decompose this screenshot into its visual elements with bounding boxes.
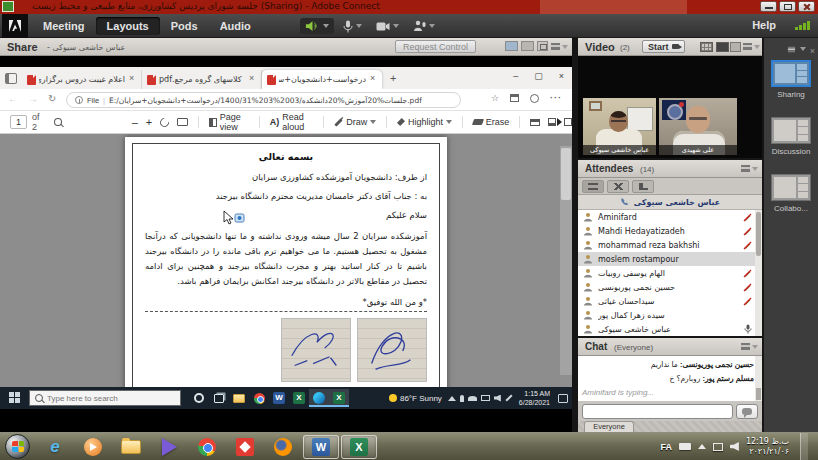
taskbar-app-icon[interactable]: X — [289, 389, 309, 407]
tray-chevron-icon[interactable] — [698, 444, 706, 449]
system-clock[interactable]: 12:19 ب.ظ ۲۰۲۱/۲۱/۰۶ — [746, 437, 789, 457]
new-tab-button[interactable] — [390, 72, 396, 84]
status-control[interactable] — [408, 18, 440, 34]
scroll-up-icon[interactable] — [560, 134, 572, 146]
zoom-out-icon[interactable] — [132, 116, 138, 128]
close-button[interactable] — [798, 1, 815, 12]
request-control-button[interactable]: Request Control — [395, 40, 476, 53]
start-button[interactable] — [9, 392, 21, 404]
help-menu[interactable]: Help — [752, 19, 776, 31]
layouts-close-icon[interactable] — [810, 40, 815, 58]
minimize-button[interactable] — [760, 1, 777, 12]
taskbar-search-box[interactable] — [29, 390, 181, 406]
layouts-menu-icon[interactable] — [788, 46, 795, 52]
attendee-row[interactable]: moslem rostampour — [578, 252, 762, 266]
taskbar7-app-icon[interactable] — [75, 435, 111, 459]
taskbar-app-icon[interactable] — [209, 389, 229, 407]
attendee-row[interactable]: سیده زهرا کمال پور — [578, 308, 762, 322]
erase-control[interactable]: Erase — [473, 117, 510, 127]
connection-strength-icon[interactable] — [795, 21, 810, 30]
taskbar7-app-icon[interactable] — [189, 435, 225, 459]
attendee-row[interactable]: الهام یوسفی روبیات — [578, 266, 762, 280]
chat-pod-menu[interactable] — [741, 343, 758, 350]
share-view2-icon[interactable] — [521, 41, 534, 51]
back-icon[interactable]: ← — [8, 93, 18, 104]
attendee-row[interactable]: حسین نجمی پوریونسی — [578, 280, 762, 294]
attendee-row[interactable]: عباس خاشعی سیوکی — [578, 322, 762, 336]
tray-speaker-icon[interactable] — [494, 395, 501, 402]
webcam-menu-caret[interactable] — [393, 24, 399, 28]
taskbar7-app-icon[interactable] — [265, 435, 301, 459]
video-pod-menu[interactable] — [743, 43, 760, 50]
tray-chevron-icon[interactable] — [448, 396, 456, 401]
taskbar-app-icon[interactable] — [229, 389, 249, 407]
breakout-view-icon[interactable] — [607, 180, 629, 193]
video-fullscreen-icon[interactable] — [730, 42, 741, 52]
tab-close-icon[interactable] — [369, 76, 377, 84]
menu-item[interactable]: Meeting — [32, 17, 96, 35]
page-view-control[interactable]: Page view — [209, 112, 249, 132]
scrollbar-thumb[interactable] — [561, 148, 571, 200]
attendee-status-view-icon[interactable] — [632, 180, 654, 193]
taskbar7-app-icon[interactable] — [113, 435, 149, 459]
attendee-row[interactable]: Aminifard — [578, 210, 762, 224]
browser-restore-icon[interactable] — [534, 71, 543, 81]
tab-close-icon[interactable] — [248, 76, 256, 84]
tray-cloud-icon[interactable] — [468, 396, 477, 401]
taskbar-app-icon[interactable] — [249, 389, 269, 407]
browser-tab[interactable]: کلاسهای گروه مرجع.pdf — [142, 70, 262, 89]
zoom-in-icon[interactable] — [146, 116, 152, 128]
taskbar7-app-icon[interactable]: e — [37, 435, 73, 459]
menu-item[interactable]: Audio — [209, 17, 262, 35]
print-icon[interactable] — [530, 119, 540, 126]
taskbar7-app-icon[interactable]: W — [303, 435, 339, 459]
pdf-scrollbar[interactable] — [560, 134, 572, 387]
menu-item[interactable]: Layouts — [96, 17, 160, 35]
attendees-pod-menu[interactable] — [741, 165, 758, 172]
url-field[interactable]: File | E:/جلسات%20آموزش%20دانشکده/2003%2… — [66, 92, 461, 108]
read-aloud-control[interactable]: Read aloud — [270, 112, 314, 132]
profile-icon[interactable] — [530, 94, 539, 103]
filmstrip-view-icon[interactable] — [716, 42, 729, 52]
microphone-menu-caret[interactable] — [356, 24, 362, 28]
tray-display-icon[interactable] — [481, 395, 490, 401]
highlight-control[interactable]: Highlight — [397, 117, 452, 127]
taskbar-app-icon[interactable] — [309, 389, 329, 407]
refresh-icon[interactable]: ↻ — [48, 93, 56, 104]
page-info-icon[interactable] — [75, 96, 83, 104]
browser-tab[interactable]: درخواست+دانشجویان+سرایان.pdf — [262, 70, 382, 89]
active-speaker-row[interactable]: عباس خاشعی سیوکی — [578, 195, 762, 210]
tray-mic-icon[interactable] — [460, 395, 464, 402]
weather-widget[interactable]: 86°F Sunny — [389, 394, 442, 403]
chat-scrollbar[interactable] — [755, 356, 762, 401]
restore-button[interactable] — [779, 1, 796, 12]
chat-tab-everyone[interactable]: Everyone — [584, 421, 634, 432]
grid-view-icon[interactable] — [700, 42, 713, 52]
volume-icon[interactable] — [730, 442, 739, 451]
layout-option[interactable]: Collabo... — [764, 174, 818, 213]
browser-minimize-icon[interactable] — [513, 71, 518, 81]
start-webcam-button[interactable]: Start — [642, 40, 685, 53]
fit-to-width-icon[interactable] — [177, 118, 188, 126]
search-input[interactable] — [47, 394, 157, 403]
save-as-icon[interactable] — [564, 118, 572, 126]
pdf-search-icon[interactable] — [54, 118, 62, 126]
favorites-icon[interactable] — [491, 93, 499, 103]
toolbar-pin-icon[interactable] — [557, 118, 562, 126]
tray-pen-icon[interactable] — [505, 394, 512, 401]
fullscreen-icon[interactable] — [537, 41, 548, 51]
share-pod-menu[interactable] — [551, 43, 568, 50]
attendee-row[interactable]: سیداحسان غیاثی — [578, 294, 762, 308]
tab-close-icon[interactable] — [128, 76, 136, 84]
webcam-control[interactable] — [371, 19, 404, 34]
speaker-control[interactable] — [300, 18, 334, 34]
layouts-menu-caret[interactable] — [800, 47, 806, 51]
send-message-button[interactable] — [736, 404, 758, 419]
microphone-control[interactable] — [338, 18, 367, 35]
forward-icon[interactable]: → — [28, 93, 38, 104]
vertical-tabs-icon[interactable] — [5, 73, 17, 84]
share-view-icon[interactable] — [505, 41, 518, 51]
battery-icon[interactable] — [679, 443, 691, 450]
page-number-field[interactable]: 1 — [10, 115, 27, 129]
save-icon[interactable] — [548, 118, 556, 126]
